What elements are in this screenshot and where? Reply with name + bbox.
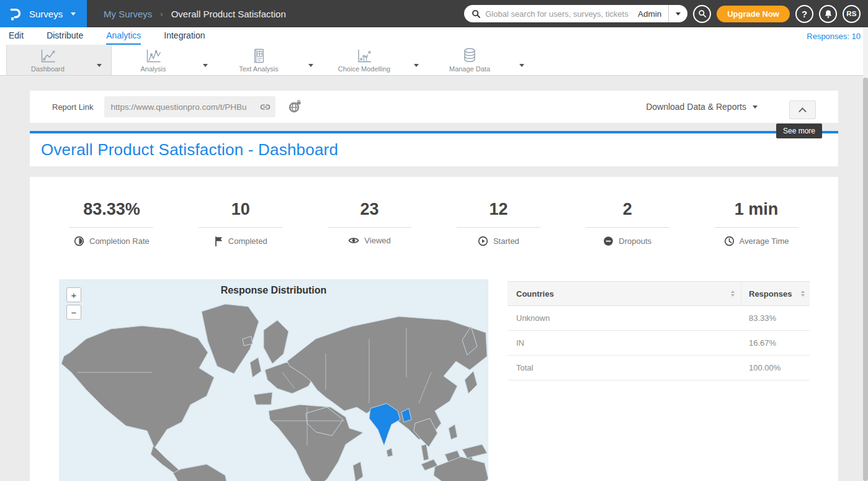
manage-data-dropdown[interactable]	[519, 58, 524, 70]
collapse-toggle-button[interactable]	[789, 101, 816, 119]
stat-label: Started	[493, 236, 519, 246]
toolbar-item-text-analysis[interactable]: Text Analysis	[217, 45, 323, 75]
stat-value: 83.33%	[83, 200, 140, 219]
page-title: Overall Product Satisfaction - Dashboard	[30, 140, 338, 160]
responses-cell: 83.33%	[741, 313, 810, 323]
responses-cell: 16.67%	[741, 338, 810, 348]
search-scope-selector[interactable]: Admin	[631, 9, 668, 19]
breadcrumb: My Surveys › Overall Product Satisfactio…	[104, 9, 286, 19]
see-more-tooltip: See more	[776, 124, 822, 138]
notifications-button[interactable]	[819, 5, 837, 23]
stat-label: Dropouts	[619, 236, 651, 246]
help-button[interactable]: ?	[795, 5, 813, 23]
report-link-label: Report Link	[30, 102, 93, 112]
dashboard-dropdown[interactable]	[97, 58, 102, 70]
map-country	[465, 371, 477, 393]
divider	[69, 227, 153, 228]
text-analysis-icon	[251, 47, 266, 64]
stat-label: Average Time	[740, 236, 789, 246]
header-actions: Admin Upgrade Now ? RS	[464, 5, 868, 23]
world-map[interactable]	[59, 279, 488, 481]
map-zoom-out-button[interactable]: −	[66, 305, 81, 320]
stat-value: 23	[360, 200, 379, 219]
survey-stats-row: 83.33% Completion Rate 10 Completed 23	[30, 177, 838, 246]
toolbar-item-analysis[interactable]: Analysis	[112, 45, 217, 75]
chevron-down-icon	[97, 64, 102, 67]
database-icon	[462, 47, 478, 64]
stat-label: Completed	[228, 236, 267, 246]
stat-value: 1 min	[735, 200, 779, 219]
chevron-down-icon	[71, 12, 76, 16]
map-country	[449, 425, 457, 439]
map-country	[173, 464, 228, 481]
top-header: Surveys My Surveys › Overall Product Sat…	[0, 0, 868, 27]
analytics-toolbar: Dashboard Analysis Text Analysis Choice …	[0, 45, 868, 76]
upgrade-button[interactable]: Upgrade Now	[717, 6, 790, 22]
table-row: IN 16.67%	[508, 331, 810, 356]
stat-value: 2	[623, 200, 632, 219]
stat-completed: 10 Completed	[176, 200, 305, 246]
tab-integration[interactable]: Integration	[164, 30, 205, 45]
flag-icon	[214, 236, 223, 246]
search-input[interactable]	[485, 9, 631, 19]
column-label: Responses	[749, 289, 792, 299]
avatar[interactable]: RS	[843, 5, 861, 23]
stat-viewed: 23 Viewed	[305, 200, 434, 246]
search-scope-dropdown[interactable]	[669, 5, 687, 22]
responses-count[interactable]: Responses: 10	[807, 32, 868, 45]
choice-modelling-dropdown[interactable]	[414, 58, 419, 70]
sort-icon[interactable]	[731, 290, 735, 297]
toolbar-item-label: Analysis	[141, 65, 166, 73]
download-data-reports-dropdown[interactable]: Download Data & Reports	[646, 102, 758, 112]
text-analysis-dropdown[interactable]	[308, 58, 313, 70]
tab-edit[interactable]: Edit	[9, 30, 24, 45]
stat-completion-rate: 83.33% Completion Rate	[47, 200, 176, 246]
breadcrumb-parent[interactable]: My Surveys	[104, 9, 152, 19]
map-country	[387, 448, 393, 457]
download-data-reports-label: Download Data & Reports	[646, 102, 746, 112]
stat-started: 12 Started	[434, 200, 563, 246]
country-cell: Unknown	[508, 313, 741, 323]
map-country-india	[369, 403, 400, 446]
toolbar-item-label: Choice Modelling	[338, 65, 390, 73]
play-circle-icon	[478, 236, 488, 246]
map-country	[61, 326, 214, 448]
divider	[586, 227, 669, 228]
sort-icon[interactable]	[801, 290, 805, 297]
bell-icon	[824, 9, 833, 19]
map-country	[250, 357, 261, 377]
toolbar-item-manage-data[interactable]: Manage Data	[428, 45, 534, 75]
analysis-dropdown[interactable]	[203, 58, 208, 70]
stat-value: 12	[489, 200, 508, 219]
tab-distribute[interactable]: Distribute	[47, 30, 83, 45]
chevron-down-icon	[519, 64, 524, 67]
report-link-field[interactable]: https://www.questionpro.com/t/PHBu	[104, 96, 275, 117]
chevron-down-icon	[203, 64, 208, 67]
divider	[457, 227, 540, 228]
chevron-up-icon	[799, 107, 807, 115]
stat-label: Viewed	[364, 236, 390, 245]
stat-value: 10	[231, 200, 250, 219]
completion-rate-icon	[74, 236, 84, 246]
toolbar-item-dashboard[interactable]: Dashboard	[6, 45, 112, 75]
map-country	[462, 444, 487, 458]
column-header-countries[interactable]: Countries	[508, 282, 741, 305]
map-country	[264, 320, 289, 364]
global-search[interactable]: Admin	[464, 5, 687, 22]
tab-analytics[interactable]: Analytics	[106, 30, 141, 45]
country-cell: Total	[508, 363, 741, 372]
table-row: Total 100.00%	[508, 356, 810, 380]
map-zoom-in-button[interactable]: +	[66, 287, 81, 302]
toolbar-item-choice-modelling[interactable]: Choice Modelling	[323, 45, 428, 75]
stat-dropouts: 2 Dropouts	[563, 200, 692, 246]
public-link-settings-button[interactable]	[288, 100, 302, 114]
clock-icon	[724, 236, 735, 246]
vertical-scrollbar[interactable]	[863, 27, 868, 481]
product-switcher[interactable]: Surveys	[0, 0, 87, 27]
search-button[interactable]	[693, 5, 711, 23]
response-distribution-map[interactable]: Response Distribution + −	[59, 279, 488, 481]
scrollbar-thumb[interactable]	[863, 78, 868, 481]
breadcrumb-separator: ›	[160, 9, 163, 19]
report-link-url[interactable]: https://www.questionpro.com/t/PHBu	[110, 102, 257, 112]
column-header-responses[interactable]: Responses	[741, 282, 810, 305]
